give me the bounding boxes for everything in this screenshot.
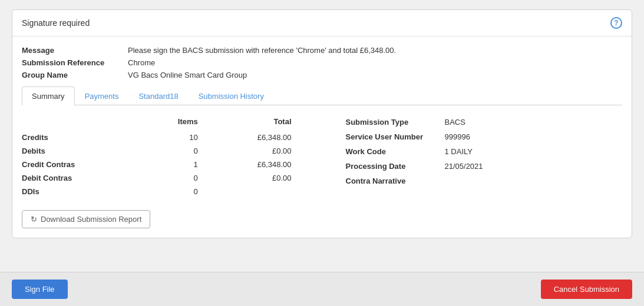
table-row: Work Code1 DAILY [346, 144, 623, 159]
table-row: DDIs0 [22, 185, 299, 198]
summary-content: ItemsTotal Credits10£6,348.00Debits0£0.0… [22, 115, 622, 228]
group-name-value: VG Bacs Online Smart Card Group [128, 71, 247, 79]
table-row: Service User Number999996 [346, 129, 623, 144]
card-header: Signature required ? [12, 10, 632, 36]
summary-right: Submission TypeBACSService User Number99… [322, 115, 623, 228]
sign-file-button[interactable]: Sign File [12, 280, 68, 299]
page-wrapper: Signature required ? Message Please sign… [0, 0, 644, 306]
table-row: Submission TypeBACS [346, 115, 623, 129]
message-row: Message Please sign the BACS submission … [22, 46, 622, 55]
summary-left: ItemsTotal Credits10£6,348.00Debits0£0.0… [22, 115, 322, 228]
info-section: Message Please sign the BACS submission … [22, 46, 622, 79]
download-icon: ↻ [31, 215, 37, 224]
message-label: Message [22, 46, 128, 55]
tab-payments[interactable]: Payments [75, 87, 129, 105]
help-icon[interactable]: ? [610, 17, 622, 29]
footer-bar: Sign File Cancel Submission [0, 272, 644, 306]
submission-ref-label: Submission Reference [22, 58, 128, 67]
card-body: Message Please sign the BACS submission … [12, 36, 632, 238]
table-row: Credits10£6,348.00 [22, 131, 299, 144]
group-name-row: Group Name VG Bacs Online Smart Card Gro… [22, 71, 622, 79]
message-value: Please sign the BACS submission with ref… [128, 46, 396, 55]
submission-ref-value: Chrome [128, 58, 155, 67]
group-name-label: Group Name [22, 71, 128, 79]
right-table: Submission TypeBACSService User Number99… [346, 115, 623, 188]
card-title: Signature required [22, 18, 90, 28]
table-row: Debit Contras0£0.00 [22, 171, 299, 185]
cancel-submission-button[interactable]: Cancel Submission [541, 280, 632, 299]
table-row: Debits0£0.00 [22, 144, 299, 158]
summary-table: ItemsTotal Credits10£6,348.00Debits0£0.0… [22, 115, 299, 198]
tabs: Summary Payments Standard18 Submission H… [22, 87, 622, 105]
main-content: Signature required ? Message Please sign… [0, 0, 644, 272]
submission-ref-row: Submission Reference Chrome [22, 58, 622, 67]
table-row: Contra Narrative [346, 174, 623, 188]
table-row: Processing Date21/05/2021 [346, 159, 623, 174]
download-btn-label: Download Submission Report [41, 215, 141, 224]
signature-card: Signature required ? Message Please sign… [12, 9, 632, 238]
tab-summary[interactable]: Summary [22, 87, 75, 105]
table-row: Credit Contras1£6,348.00 [22, 158, 299, 171]
tab-standard18[interactable]: Standard18 [128, 87, 188, 105]
tab-submission-history[interactable]: Submission History [189, 87, 274, 105]
download-submission-report-button[interactable]: ↻ Download Submission Report [22, 210, 150, 228]
